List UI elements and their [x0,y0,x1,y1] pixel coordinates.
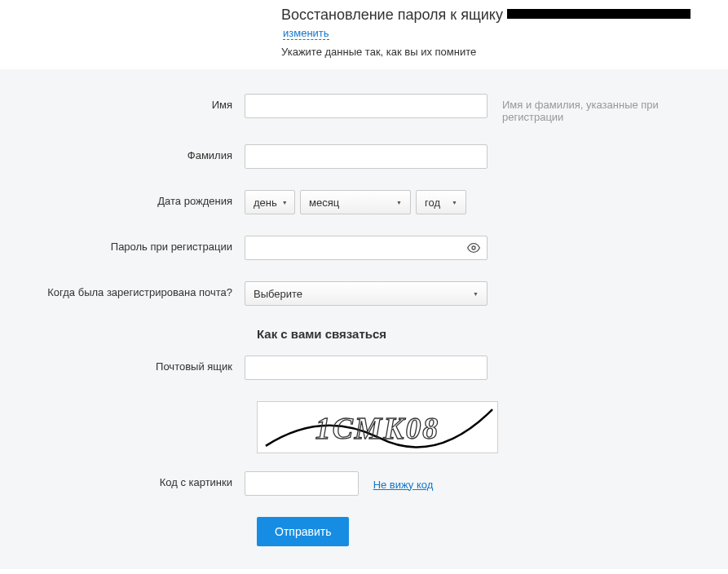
last-name-label: Фамилия [0,144,245,161]
chevron-down-icon: ▼ [396,200,402,205]
captcha-code-label: Код с картинки [0,471,245,488]
first-name-label: Имя [0,94,245,111]
when-registered-row: Когда была зарегистрирована почта? Выбер… [0,281,728,306]
month-select[interactable]: месяц ▼ [300,190,411,214]
chevron-down-icon: ▼ [473,291,479,297]
submit-button[interactable]: Отправить [257,517,349,546]
page-subtitle: Укажите данные так, как вы их помните [281,46,728,58]
page-title: Восстановление пароля к ящику изменить [281,7,728,41]
captcha-code-row: Код с картинки Не вижу код [0,471,728,496]
page-header: Восстановление пароля к ящику изменить У… [0,0,728,69]
last-name-row: Фамилия [0,144,728,169]
captcha-code-input[interactable] [245,471,359,496]
submit-row: Отправить [257,517,728,546]
year-select-value: год [425,196,440,209]
when-registered-label: Когда была зарегистрирована почта? [0,281,245,298]
title-prefix: Восстановление пароля к ящику [281,7,507,23]
day-select-value: день [254,196,277,209]
mailbox-input[interactable] [245,355,488,380]
when-registered-select[interactable]: Выберите ▼ [245,281,488,306]
mailbox-row: Почтовый ящик [0,355,728,380]
birth-date-label: Дата рождения [0,190,245,207]
chevron-down-icon: ▼ [452,200,457,205]
mailbox-label: Почтовый ящик [0,355,245,373]
year-select[interactable]: год ▼ [416,190,466,214]
eye-icon[interactable] [466,241,481,257]
change-account-link[interactable]: изменить [283,27,329,40]
first-name-row: Имя Имя и фамилия, указанные при регистр… [0,94,728,123]
reg-password-input[interactable] [245,236,488,260]
month-select-value: месяц [309,196,339,209]
captcha-image-row: 1CMK08 [257,401,728,453]
cannot-see-code-link[interactable]: Не вижу код [373,479,434,491]
first-name-input[interactable] [245,94,488,118]
chevron-down-icon: ▼ [282,200,288,205]
reg-password-label: Пароль при регистрации [0,236,245,253]
contact-heading: Как с вами связаться [257,327,728,341]
captcha-image: 1CMK08 [257,401,498,453]
birth-date-row: Дата рождения день ▼ месяц ▼ год ▼ [0,190,728,214]
contact-heading-row: Как с вами связаться [257,327,728,341]
redacted-email [507,9,690,19]
last-name-input[interactable] [245,144,488,169]
recovery-form: Имя Имя и фамилия, указанные при регистр… [0,69,728,569]
day-select[interactable]: день ▼ [245,190,295,214]
reg-password-row: Пароль при регистрации [0,236,728,260]
captcha-text: 1CMK08 [315,411,439,445]
svg-point-0 [472,246,475,249]
when-registered-value: Выберите [254,288,302,300]
name-hint: Имя и фамилия, указанные при регистрации [489,94,685,123]
